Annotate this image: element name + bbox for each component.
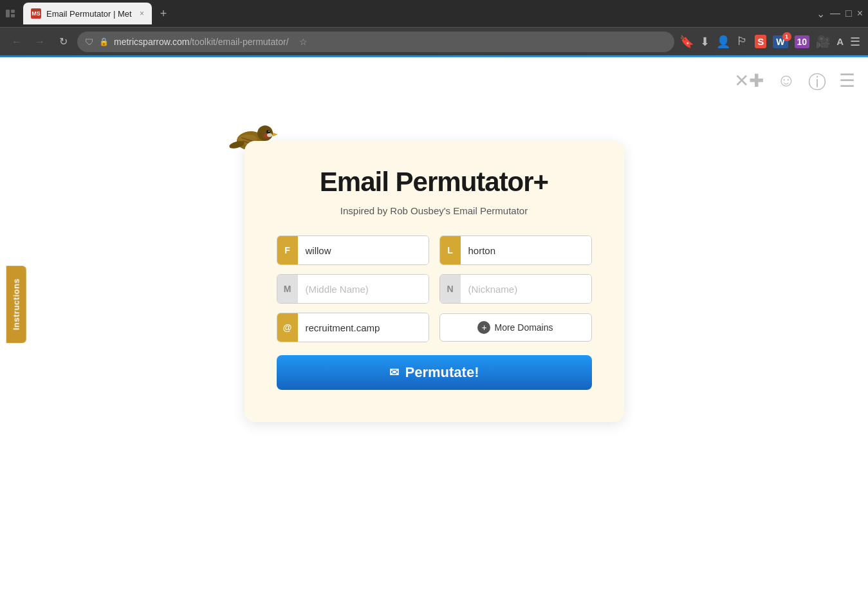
domain-row: @ + More Domains <box>277 313 592 342</box>
forward-button[interactable]: → <box>31 33 49 51</box>
svg-marker-9 <box>273 133 278 136</box>
face-icon[interactable]: ☺ <box>777 70 795 95</box>
first-name-input[interactable] <box>298 236 429 264</box>
first-name-label: F <box>277 236 298 264</box>
at-label: @ <box>277 313 298 342</box>
domain-group: @ <box>277 313 429 342</box>
middle-name-label: M <box>277 275 298 303</box>
svg-rect-0 <box>6 10 10 17</box>
tab-close-button[interactable]: × <box>140 9 144 18</box>
shield-icon: 🛡 <box>85 37 94 47</box>
pocket-icon[interactable]: 🔖 <box>679 35 694 49</box>
card-title: Email Permutator+ <box>277 167 592 198</box>
url-path: /toolkit/email-permutator/ <box>189 37 288 47</box>
last-name-label: L <box>440 236 461 264</box>
page-content: ✕✚ ☺ ⓘ ☰ <box>0 57 868 608</box>
window-close-icon[interactable]: × <box>857 8 863 20</box>
list-icon[interactable]: ☰ <box>839 70 855 95</box>
tab-title: Email Permutator | Met <box>46 9 132 19</box>
grammarly-icon[interactable]: S <box>755 35 766 48</box>
card-subtitle: Inspired by Rob Ousbey's Email Permutato… <box>277 205 592 216</box>
nav-right-icons: 🔖 ⬇ 👤 🏳 S W 1 10 🎥 A ☰ <box>679 35 860 49</box>
last-name-input[interactable] <box>461 236 592 264</box>
name-row: F L <box>277 235 592 265</box>
last-name-group: L <box>439 235 592 265</box>
svg-point-13 <box>267 133 272 137</box>
page-top-icons: ✕✚ ☺ ⓘ ☰ <box>734 70 855 95</box>
bookmark-star-icon[interactable]: ☆ <box>299 37 308 47</box>
nickname-group: N <box>439 274 592 304</box>
tab-favicon: MS <box>31 8 41 19</box>
nickname-label: N <box>440 275 461 303</box>
more-domains-icon: + <box>477 321 490 334</box>
maximize-icon[interactable]: □ <box>845 8 852 20</box>
screencast-icon[interactable]: 🎥 <box>816 35 830 49</box>
middle-name-group: M <box>277 274 429 304</box>
tools-icon[interactable]: ✕✚ <box>734 70 764 95</box>
more-domains-button[interactable]: + More Domains <box>439 313 592 342</box>
permutate-label: Permutate! <box>405 364 479 381</box>
first-name-group: F <box>277 235 429 265</box>
svg-rect-2 <box>11 14 15 17</box>
new-tab-button[interactable]: + <box>154 5 172 23</box>
email-icon: ✉ <box>389 365 399 380</box>
word-icon[interactable]: W 1 <box>773 35 788 48</box>
back-button[interactable]: ← <box>8 33 26 51</box>
tab-bar: MS Email Permutator | Met × + ⌄ — □ × <box>0 0 868 27</box>
url-display[interactable]: metricsparrow.com/toolkit/email-permutat… <box>114 37 289 47</box>
middle-nickname-row: M N <box>277 274 592 304</box>
menu-icon[interactable]: ☰ <box>850 35 860 49</box>
nav-bar: ← → ↻ 🛡 🔒 metricsparrow.com/toolkit/emai… <box>0 27 868 55</box>
url-domain: metricsparrow.com <box>114 37 189 47</box>
address-bar[interactable]: 🛡 🔒 metricsparrow.com/toolkit/email-perm… <box>77 32 674 52</box>
tab-list-icon[interactable]: ⌄ <box>817 8 825 20</box>
tab-left-controls <box>5 8 15 19</box>
svg-point-11 <box>268 131 270 132</box>
window-controls: ⌄ — □ × <box>817 8 863 20</box>
extensions-icon[interactable]: 🏳 <box>737 35 748 48</box>
more-domains-label: More Domains <box>494 322 553 333</box>
sidebar-toggle-icon[interactable] <box>5 8 15 19</box>
lock-icon: 🔒 <box>99 37 109 46</box>
browser-chrome: MS Email Permutator | Met × + ⌄ — □ × ← … <box>0 0 868 57</box>
middle-name-input[interactable] <box>298 275 429 303</box>
word-badge: 1 <box>782 32 791 41</box>
instructions-tab[interactable]: Instructions <box>6 265 26 342</box>
minimize-icon[interactable]: — <box>830 8 840 20</box>
active-tab[interactable]: MS Email Permutator | Met × <box>23 3 152 24</box>
download-icon[interactable]: ⬇ <box>700 35 710 49</box>
info-icon[interactable]: ⓘ <box>808 70 826 95</box>
permutate-button[interactable]: ✉ Permutate! <box>277 355 592 390</box>
main-card: Email Permutator+ Inspired by Rob Ousbey… <box>245 141 624 422</box>
translate-icon[interactable]: A <box>836 36 844 47</box>
reload-button[interactable]: ↻ <box>54 33 72 51</box>
account-icon[interactable]: 👤 <box>716 35 730 49</box>
nickname-input[interactable] <box>461 275 592 303</box>
svg-rect-1 <box>11 10 15 13</box>
domain-input[interactable] <box>298 313 429 342</box>
svg-point-4 <box>257 125 273 141</box>
extension-badge-icon[interactable]: 10 <box>795 35 810 48</box>
